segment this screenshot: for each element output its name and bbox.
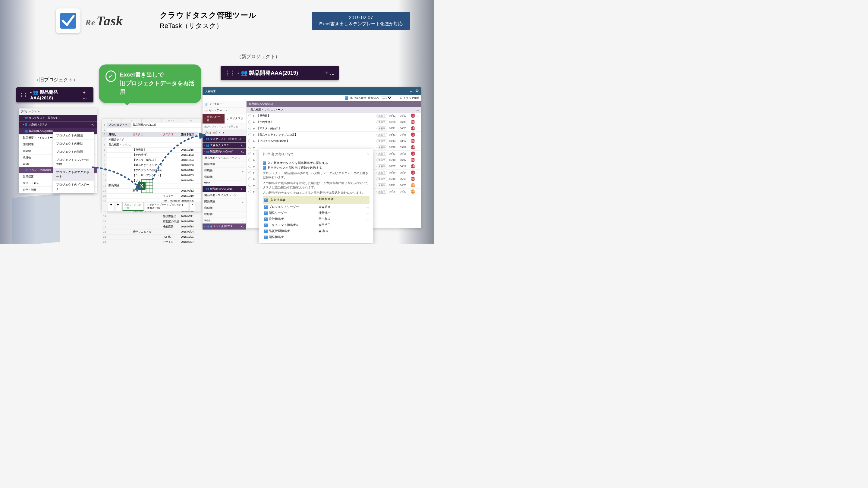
menu-item[interactable]: プロジェクトの削除 [53, 140, 94, 148]
retask-logo-icon [56, 8, 81, 33]
sidebar-item[interactable]: WEB… [203, 181, 246, 186]
sidebar-item[interactable]: - 👥 製品開発AAA(2019)+... [203, 149, 246, 155]
view-toolbar: 完了済も表示 絞り込み ------ ☐ ドラッグ禁止 [203, 95, 421, 101]
excel-sheet-tabs[interactable]: ◀▶ 見出し・タスク一覧 バックアップデータ(プロジェクト参加者一覧) + [102, 201, 201, 212]
sidebar-item[interactable]: WEB… [203, 218, 246, 224]
menu-item[interactable]: プロジェクトのインポート [53, 181, 94, 193]
sidebar-item[interactable]: 印刷物… [203, 205, 246, 212]
dialog-title: 担当者の割り当て [263, 152, 294, 157]
page-title: クラウドタスク管理ツール ReTask（リタスク） [160, 10, 256, 30]
menu-item[interactable]: プロジェクトのエクスポート [53, 168, 94, 181]
menu-item[interactable]: プロジェクトメンバーの管理 [53, 156, 94, 168]
drag-handle-icon[interactable]: ⋮⋮ [225, 70, 235, 76]
sidebar-item[interactable]: 開発関連… [203, 161, 246, 168]
sidebar-item[interactable]: 製品概要・マイルストーン … [203, 193, 246, 199]
assign-row[interactable]: 設計担当者田中和夫… [263, 216, 370, 222]
sidebar-item[interactable]: 製品概要・マイルストーン … [203, 155, 246, 161]
task-row[interactable]: ▶【発売日】未着手08/1208/12大森… [247, 113, 421, 119]
task-row[interactable]: ▶【マスター納品日】未着手06/2106/23大森… [247, 125, 421, 132]
table-row: 23PDF化2018/10/01 [102, 235, 201, 240]
notify-option[interactable]: 担当者のタスク割り当て通知を送信する [263, 166, 370, 170]
tab-all-tasks[interactable]: ≡ 全タスク一覧 [203, 114, 224, 124]
refresh-check-icon: ✓ [105, 70, 116, 82]
sidebar-item[interactable]: - 👥 製品開発AAA(2018)+... [203, 186, 246, 193]
sidebar-item[interactable]: 収録物… [203, 212, 246, 218]
old-project-bar[interactable]: ⋮⋮ - 👥 製品開発AAA(2018) + ... [16, 87, 93, 102]
assign-row[interactable]: プロジェクトリーダー大森祐来… [263, 204, 370, 210]
assign-row[interactable]: 品質管理担当者森 和夫… [263, 228, 370, 234]
table-row: 22操作マニュアル2018/09/04 [102, 230, 201, 235]
table-row: 24デザイン2018/09/27 [102, 240, 201, 244]
sidebar-item[interactable]: - 👥 タスクリスト（共有なし） [203, 136, 246, 142]
tab-my-tasks[interactable]: ☺ マイタスク [224, 114, 247, 124]
brand-text: ReTask [85, 13, 123, 29]
sidebar-item[interactable]: - 👥 タスクリスト（共有なし） [19, 115, 97, 121]
gear-icon[interactable]: ⚙ [415, 89, 419, 94]
project-context-menu[interactable]: プロジェクトの編集プロジェクトの削除プロジェクトの複製プロジェクトメンバーの管理… [53, 132, 94, 193]
project-group-header: 製品開発AAA(2019) [247, 101, 421, 107]
milestone-group-header[interactable]: - 製品概要・マイルストーン… [247, 107, 421, 113]
assign-row[interactable]: ドキュメント担当者A春田浩三… [263, 222, 370, 228]
new-project-bar[interactable]: ⋮⋮ - 👥 製品開発AAA(2019) + ... [221, 66, 339, 80]
reassign-option[interactable]: 入力担当者のタスクを割当担当者に振替える [263, 161, 370, 165]
filter-select[interactable]: ------ [381, 96, 392, 100]
table-row: 21機能提案2018/07/14 [102, 224, 201, 230]
sidebar-item[interactable]: - 👤 大森個人タスク+... [19, 121, 97, 128]
menu-item[interactable]: プロジェクトの複製 [53, 148, 94, 156]
sidebar: 📊 ワークロード 📈 ガントチャート ≡ 全タスク一覧 ☺ マイタスク 全プロジ… [203, 101, 247, 230]
show-done-checkbox[interactable] [345, 96, 348, 100]
logo-block: ReTask [56, 8, 123, 33]
callout-bubble: ✓ Excel書き出しで 旧プロジェクトデータを再活用 [99, 64, 201, 103]
sidebar-item[interactable]: 開発関連… [203, 199, 246, 205]
tree-header: プロジェクト + [19, 108, 97, 115]
release-badge: 2019.02.07 Excel書き出し＆テンプレート化ほか対応 [312, 12, 410, 30]
table-row: 20画面案の作成2018/07/26 [102, 219, 201, 224]
sidebar-item[interactable]: - 👥 イベント企画2019+... [203, 224, 246, 230]
more-icon[interactable]: + ... [83, 90, 90, 100]
sidebar-item[interactable]: - 👥 大森個人タスク+... [203, 142, 246, 149]
menu-item[interactable]: プロジェクトの編集 [53, 132, 94, 140]
task-row[interactable]: ▶【製品名とラインアップの決定】未着手03/3104/08大森… [247, 132, 421, 138]
old-project-label: （旧プロジェクト） [34, 77, 78, 83]
table-row: 19仕様書提出2018/08/11 [102, 214, 201, 219]
sidebar-item[interactable]: 印刷物… [203, 168, 246, 174]
new-project-label: （新プロジェクト） [237, 54, 280, 60]
app-header: 大森祐来 ＋ ⚙ [203, 87, 421, 95]
more-icon[interactable]: + ... [325, 70, 335, 76]
assign-dialog: 担当者の割り当て× 入力担当者のタスクを割当担当者に振替える 担当者のタスク割り… [259, 149, 373, 243]
drag-handle-icon[interactable]: ⋮⋮ [19, 92, 27, 98]
task-row[interactable]: ▶【予約受付】未着手06/3006/30大森… [247, 119, 421, 125]
task-row[interactable]: ▶【プログラムの仕様決定】未着手03/1303/17大森… [247, 138, 421, 144]
assign-row[interactable]: 開発担当者… [263, 234, 370, 240]
close-icon[interactable]: × [367, 152, 370, 157]
assign-row[interactable]: 開発リーダー沖野博一… [263, 210, 370, 216]
add-icon[interactable]: ＋ [409, 89, 413, 94]
sidebar-item[interactable]: 収録物… [203, 174, 246, 181]
